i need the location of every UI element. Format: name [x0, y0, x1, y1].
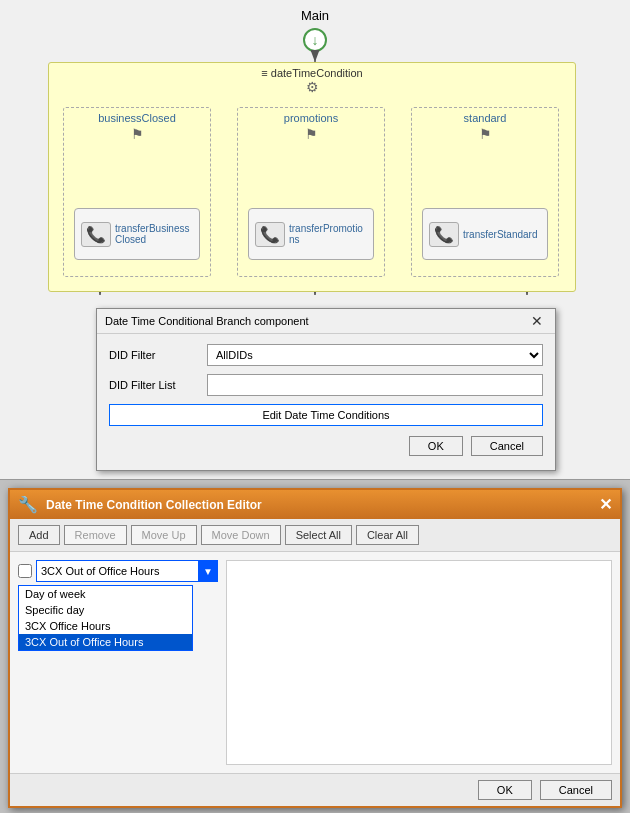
- phone-icon-1: 📞: [81, 222, 111, 247]
- select-all-button[interactable]: Select All: [285, 525, 352, 545]
- did-filter-list-input[interactable]: [207, 374, 543, 396]
- branch-label-3: standard: [412, 108, 558, 124]
- branch-label-1: businessClosed: [64, 108, 210, 124]
- branch-box-2: promotions ⚑ 📞 transferPromotions: [237, 107, 385, 277]
- transfer-box-1: 📞 transferBusinessClosed: [74, 208, 200, 260]
- transfer-box-2: 📞 transferPromotions: [248, 208, 374, 260]
- branch-label-2: promotions: [238, 108, 384, 124]
- collection-ok-button[interactable]: OK: [478, 780, 532, 800]
- remove-button[interactable]: Remove: [64, 525, 127, 545]
- item-select-container: Day of week Specific day 3CX Office Hour…: [36, 560, 218, 582]
- did-filter-list-label: DID Filter List: [109, 379, 199, 391]
- modal-close-button[interactable]: ✕: [527, 313, 547, 329]
- dropdown-list-item-4[interactable]: 3CX Out of Office Hours: [19, 634, 192, 650]
- svg-text:↓: ↓: [312, 32, 319, 48]
- collection-footer: OK Cancel: [10, 773, 620, 806]
- main-label: Main: [0, 0, 630, 23]
- branch-icon-2: ⚑: [238, 126, 384, 142]
- collection-left-panel: Day of week Specific day 3CX Office Hour…: [18, 560, 218, 765]
- modal-branch: Date Time Conditional Branch component ✕…: [96, 308, 556, 471]
- edit-date-time-btn[interactable]: Edit Date Time Conditions: [109, 404, 543, 426]
- item-value-select[interactable]: Day of week Specific day 3CX Office Hour…: [36, 560, 218, 582]
- dropdown-list-item-1[interactable]: Day of week: [19, 586, 192, 602]
- item-row-1: Day of week Specific day 3CX Office Hour…: [18, 560, 218, 582]
- modal-cancel-button[interactable]: Cancel: [471, 436, 543, 456]
- dt-condition-icon: ⚙: [306, 79, 319, 95]
- collection-title-text: Date Time Condition Collection Editor: [46, 498, 262, 512]
- modal-title-text: Date Time Conditional Branch component: [105, 315, 309, 327]
- move-up-button[interactable]: Move Up: [131, 525, 197, 545]
- clear-all-button[interactable]: Clear All: [356, 525, 419, 545]
- collection-cancel-button[interactable]: Cancel: [540, 780, 612, 800]
- move-down-button[interactable]: Move Down: [201, 525, 281, 545]
- did-filter-row: DID Filter AllDIDs SpecificDID FilterLis…: [109, 344, 543, 366]
- collection-close-button[interactable]: ✕: [599, 497, 612, 513]
- dropdown-list-item-2[interactable]: Specific day: [19, 602, 192, 618]
- date-time-container: ≡ dateTimeCondition ⚙ businessClosed ⚑ 📞…: [48, 62, 576, 292]
- modal-title-bar: Date Time Conditional Branch component ✕: [97, 309, 555, 334]
- branch-icon-3: ⚑: [412, 126, 558, 142]
- phone-icon-3: 📞: [429, 222, 459, 247]
- dropdown-list[interactable]: Day of week Specific day 3CX Office Hour…: [18, 585, 193, 651]
- transfer-label-2: transferPromotions: [289, 223, 367, 245]
- collection-title-icon: 🔧: [18, 495, 38, 514]
- collection-toolbar: Add Remove Move Up Move Down Select All …: [10, 519, 620, 552]
- collection-title-bar: 🔧 Date Time Condition Collection Editor …: [10, 490, 620, 519]
- svg-point-2: [304, 29, 326, 51]
- transfer-label-1: transferBusinessClosed: [115, 223, 193, 245]
- date-time-label: ≡ dateTimeCondition: [261, 67, 362, 79]
- branch-box-3: standard ⚑ 📞 transferStandard: [411, 107, 559, 277]
- did-filter-label: DID Filter: [109, 349, 199, 361]
- branch-icon-1: ⚑: [64, 126, 210, 142]
- modal-actions: OK Cancel: [109, 436, 543, 460]
- add-button[interactable]: Add: [18, 525, 60, 545]
- modal-ok-button[interactable]: OK: [409, 436, 463, 456]
- modal-body: DID Filter AllDIDs SpecificDID FilterLis…: [97, 334, 555, 470]
- dropdown-list-item-3[interactable]: 3CX Office Hours: [19, 618, 192, 634]
- collection-right-panel: [226, 560, 612, 765]
- did-filter-list-row: DID Filter List: [109, 374, 543, 396]
- branch-box-1: businessClosed ⚑ 📞 transferBusinessClose…: [63, 107, 211, 277]
- phone-icon-2: 📞: [255, 222, 285, 247]
- item-checkbox-1[interactable]: [18, 564, 32, 578]
- transfer-box-3: 📞 transferStandard: [422, 208, 548, 260]
- did-filter-select[interactable]: AllDIDs SpecificDID FilterList: [207, 344, 543, 366]
- collection-editor: 🔧 Date Time Condition Collection Editor …: [8, 488, 622, 808]
- transfer-label-3: transferStandard: [463, 229, 538, 240]
- collection-content: Day of week Specific day 3CX Office Hour…: [10, 552, 620, 773]
